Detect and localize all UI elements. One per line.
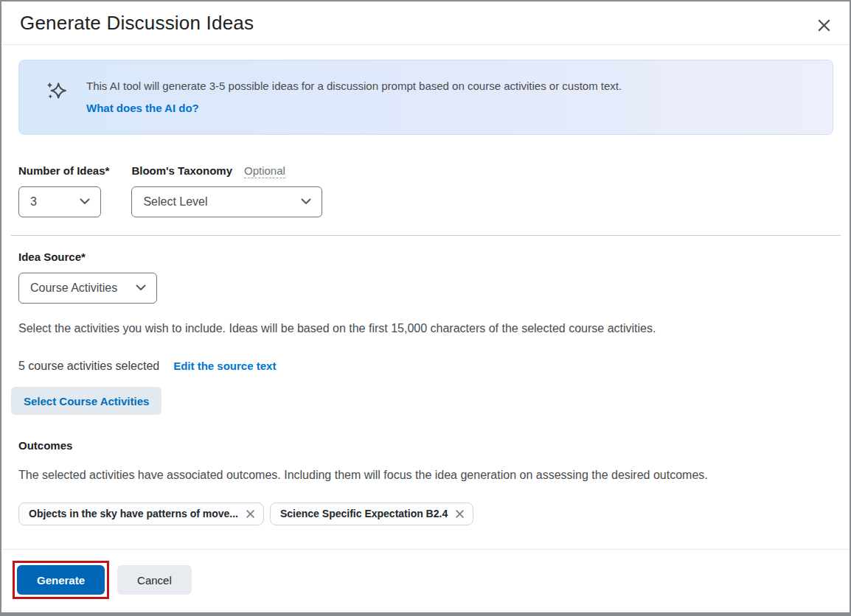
idea-source-value: Course Activities bbox=[30, 281, 117, 295]
dialog-header: Generate Discussion Ideas bbox=[1, 1, 850, 45]
chevron-down-icon bbox=[80, 198, 90, 205]
remove-outcome-button[interactable] bbox=[245, 508, 256, 519]
activities-instructions: Select the activities you wish to includ… bbox=[18, 321, 833, 337]
outcomes-section: Outcomes The selected activities have as… bbox=[18, 415, 833, 525]
outcomes-description: The selected activities have associated … bbox=[18, 467, 833, 483]
ai-help-link[interactable]: What does the AI do? bbox=[86, 102, 199, 114]
outcome-chip-label: Objects in the sky have patterns of move… bbox=[29, 508, 238, 519]
close-icon bbox=[815, 16, 833, 35]
idea-source-section: Idea Source* Course Activities Select th… bbox=[18, 236, 833, 415]
banner-description: This AI tool will generate 3-5 possible … bbox=[86, 78, 622, 94]
cancel-button[interactable]: Cancel bbox=[117, 565, 192, 595]
number-of-ideas-value: 3 bbox=[30, 195, 37, 209]
chevron-down-icon bbox=[301, 198, 311, 205]
activities-selected-count: 5 course activities selected bbox=[18, 360, 159, 373]
blooms-taxonomy-field: Bloom's TaxonomyOptional Select Level bbox=[131, 164, 322, 217]
number-of-ideas-select[interactable]: 3 bbox=[18, 186, 101, 217]
close-x-icon bbox=[454, 508, 465, 519]
number-of-ideas-field: Number of Ideas* 3 bbox=[18, 164, 109, 217]
ai-sparkle-icon bbox=[45, 80, 67, 102]
close-button[interactable] bbox=[810, 11, 838, 39]
chevron-down-icon bbox=[136, 284, 146, 291]
outcome-chip-label: Science Specific Expectation B2.4 bbox=[280, 508, 448, 519]
selection-summary-row: 5 course activities selected Edit the so… bbox=[18, 360, 833, 373]
ai-info-banner: This AI tool will generate 3-5 possible … bbox=[18, 60, 833, 135]
edit-source-text-link[interactable]: Edit the source text bbox=[173, 360, 276, 372]
ideas-settings-row: Number of Ideas* 3 Bloom's TaxonomyOptio… bbox=[18, 164, 833, 217]
blooms-level-select[interactable]: Select Level bbox=[131, 186, 322, 217]
idea-source-label: Idea Source* bbox=[18, 251, 86, 263]
remove-outcome-button[interactable] bbox=[454, 508, 465, 519]
page-title: Generate Discussion Ideas bbox=[20, 12, 254, 34]
banner-text: This AI tool will generate 3-5 possible … bbox=[86, 78, 622, 115]
generate-discussion-ideas-dialog: Generate Discussion Ideas This AI tool w… bbox=[0, 0, 851, 616]
select-course-activities-button[interactable]: Select Course Activities bbox=[11, 387, 161, 415]
generate-button[interactable]: Generate bbox=[17, 565, 105, 595]
outcome-chip: Science Specific Expectation B2.4 bbox=[270, 503, 473, 525]
close-x-icon bbox=[245, 508, 256, 519]
number-of-ideas-label: Number of Ideas* bbox=[18, 164, 109, 177]
outcome-chips-row: Objects in the sky have patterns of move… bbox=[18, 503, 833, 525]
dialog-footer: Generate Cancel bbox=[1, 549, 850, 612]
optional-badge: Optional bbox=[244, 164, 285, 178]
blooms-taxonomy-label: Bloom's Taxonomy bbox=[131, 164, 232, 177]
outcome-chip: Objects in the sky have patterns of move… bbox=[18, 503, 264, 525]
outcomes-label: Outcomes bbox=[18, 439, 72, 452]
dialog-body: This AI tool will generate 3-5 possible … bbox=[1, 45, 850, 549]
idea-source-select[interactable]: Course Activities bbox=[18, 273, 157, 304]
blooms-level-value: Select Level bbox=[143, 195, 207, 209]
annotation-highlight: Generate bbox=[13, 561, 109, 599]
